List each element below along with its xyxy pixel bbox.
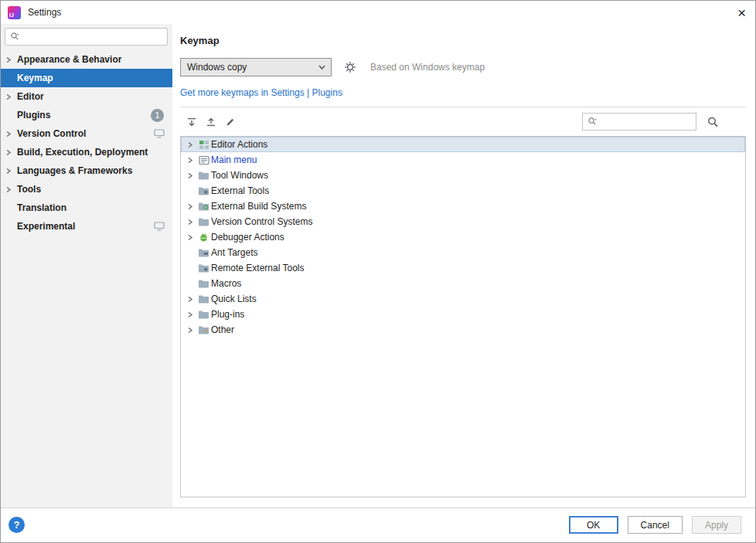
action-search-input[interactable]: [598, 117, 691, 127]
tree-row-label: Macros: [211, 278, 241, 289]
sidebar-item-label: Editor: [17, 91, 44, 102]
tree-row-label: Remote External Tools: [211, 263, 305, 273]
folder-icon: [196, 294, 211, 304]
tree-row-label: Editor Actions: [211, 139, 267, 150]
tree-row-remote-external-tools[interactable]: Remote External Tools: [181, 260, 745, 276]
external-tools-icon: [196, 263, 211, 273]
sidebar-item-languages-frameworks[interactable]: Languages & Frameworks: [1, 161, 172, 180]
chevron-right-icon[interactable]: [184, 311, 196, 318]
tree-row-label: External Build Systems: [211, 201, 306, 212]
chevron-right-icon[interactable]: [5, 131, 17, 137]
title-bar: IJ Settings ×: [1, 1, 755, 24]
help-icon[interactable]: ?: [9, 517, 25, 533]
sidebar-item-label: Plugins: [17, 110, 50, 120]
sidebar-item-version-control[interactable]: Version Control: [1, 124, 172, 143]
based-on-label: Based on Windows keymap: [370, 62, 485, 73]
tree-row-label: Ant Targets: [211, 247, 257, 258]
tree-row-quick-lists[interactable]: Quick Lists: [181, 291, 745, 307]
folder-icon: [196, 310, 211, 320]
sidebar-item-label: Languages & Frameworks: [17, 165, 132, 176]
sidebar-item-label: Build, Execution, Deployment: [17, 147, 148, 158]
settings-category-list: Appearance & BehaviorKeymapEditorPlugins…: [1, 50, 172, 236]
chevron-right-icon[interactable]: [184, 172, 196, 179]
tree-row-debugger-actions[interactable]: Debugger Actions: [181, 229, 745, 245]
tree-row-macros[interactable]: Macros: [181, 276, 745, 291]
ok-button[interactable]: OK: [569, 516, 618, 534]
page-title: Keymap: [180, 35, 746, 46]
tree-row-label: Other: [211, 324, 234, 335]
other-icon: [196, 325, 211, 335]
get-more-keymaps-link[interactable]: Get more keymaps in Settings | Plugins: [180, 87, 342, 98]
dialog-buttons: OKCancelApply: [569, 516, 741, 534]
sidebar-item-plugins[interactable]: Plugins1: [1, 106, 172, 124]
toolbar-buttons: [182, 114, 240, 131]
expand-all-icon: [186, 117, 197, 127]
tree-row-label: Tool Windows: [211, 170, 268, 181]
chevron-right-icon[interactable]: [5, 93, 17, 100]
plugins-count-badge: 1: [151, 109, 164, 122]
expand-all-button[interactable]: [182, 114, 201, 131]
main-menu-icon: [196, 155, 211, 165]
collapse-all-button[interactable]: [201, 114, 220, 131]
sidebar-item-editor[interactable]: Editor: [1, 87, 172, 106]
intellij-logo-icon: IJ: [8, 6, 21, 19]
chevron-right-icon[interactable]: [184, 203, 196, 210]
find-by-shortcut-icon[interactable]: [707, 116, 720, 128]
chevron-right-icon[interactable]: [5, 56, 17, 63]
sidebar-item-tools[interactable]: Tools: [1, 180, 172, 199]
sidebar: Appearance & BehaviorKeymapEditorPlugins…: [1, 24, 172, 507]
window-title: Settings: [28, 7, 61, 18]
sidebar-item-label: Version Control: [17, 128, 86, 139]
tree-row-tool-windows[interactable]: Tool Windows: [181, 168, 745, 183]
settings-group-icon: [154, 129, 165, 138]
ant-icon: [196, 248, 211, 258]
tree-row-external-tools[interactable]: External Tools: [181, 183, 745, 199]
chevron-right-icon[interactable]: [184, 141, 196, 148]
chevron-right-icon[interactable]: [184, 296, 196, 303]
sidebar-item-appearance-behavior[interactable]: Appearance & Behavior: [1, 50, 172, 69]
keymap-controls: Windows copy Based on Windows keymap: [180, 58, 746, 76]
sidebar-item-translation[interactable]: Translation: [1, 199, 172, 217]
sidebar-item-label: Keymap: [17, 73, 53, 83]
edit-icon: [225, 117, 236, 127]
build-systems-icon: [196, 202, 211, 212]
tree-row-version-control-systems[interactable]: Version Control Systems: [181, 214, 745, 229]
gear-icon[interactable]: [344, 61, 356, 73]
tree-row-other[interactable]: Other: [181, 322, 745, 338]
chevron-right-icon[interactable]: [184, 219, 196, 226]
chevron-right-icon[interactable]: [5, 168, 17, 175]
sidebar-item-keymap[interactable]: Keymap: [1, 69, 172, 87]
close-icon[interactable]: ×: [737, 5, 746, 20]
keymap-panel: Keymap Windows copy Based on Windows key…: [172, 24, 755, 507]
keymap-select-value: Windows copy: [187, 62, 315, 73]
tree-row-ant-targets[interactable]: Ant Targets: [181, 245, 745, 260]
editor-actions-icon: [196, 140, 211, 150]
apply-button: Apply: [692, 516, 741, 534]
settings-group-icon: [154, 222, 165, 231]
edit-button[interactable]: [220, 114, 240, 131]
chevron-down-icon: [315, 65, 329, 70]
sidebar-item-label: Appearance & Behavior: [17, 54, 121, 65]
tree-row-main-menu[interactable]: Main menu: [181, 152, 745, 168]
chevron-right-icon[interactable]: [5, 186, 17, 193]
chevron-right-icon[interactable]: [184, 157, 196, 164]
sidebar-search-field[interactable]: [5, 28, 168, 46]
tree-row-external-build-systems[interactable]: External Build Systems: [181, 199, 745, 214]
sidebar-item-experimental[interactable]: Experimental: [1, 217, 172, 236]
keymap-select[interactable]: Windows copy: [180, 58, 332, 76]
tree-row-label: Main menu: [211, 154, 257, 165]
tree-row-label: Version Control Systems: [211, 216, 312, 227]
tree-row-plug-ins[interactable]: Plug-ins: [181, 307, 745, 322]
debugger-icon: [196, 232, 211, 243]
tree-row-editor-actions[interactable]: Editor Actions: [181, 137, 745, 152]
chevron-right-icon[interactable]: [5, 149, 17, 156]
sidebar-item-build-execution-deployment[interactable]: Build, Execution, Deployment: [1, 143, 172, 161]
sidebar-item-label: Tools: [17, 184, 41, 195]
cancel-button[interactable]: Cancel: [628, 516, 683, 534]
action-search-field[interactable]: [582, 113, 696, 131]
chevron-right-icon[interactable]: [184, 327, 196, 334]
external-tools-icon: [196, 186, 211, 196]
footer-bar: ? OKCancelApply: [1, 507, 755, 542]
tree-row-label: Plug-ins: [211, 309, 244, 320]
chevron-right-icon[interactable]: [184, 234, 196, 241]
